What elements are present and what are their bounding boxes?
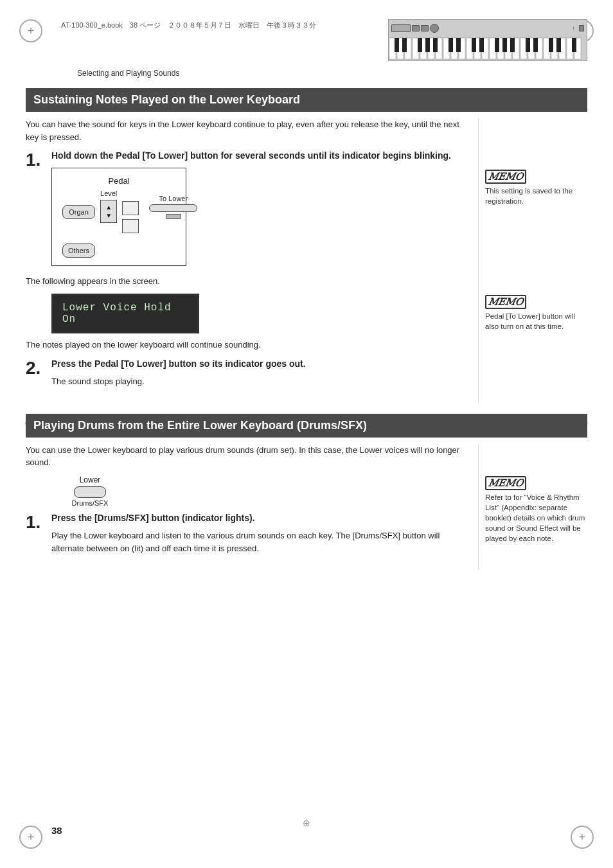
svg-rect-38 (533, 38, 538, 52)
svg-rect-25 (395, 38, 399, 52)
section2-step1-content: Press the [Drums/SFX] button (indicator … (51, 512, 472, 562)
memo1-icon: 𝑀𝐸𝑀𝑂 (485, 170, 526, 184)
slot-1 (122, 201, 139, 215)
to-lower-label: To Lower (159, 195, 188, 202)
page-number: 38 (51, 825, 62, 836)
section2-right: 𝑀𝐸𝑀𝑂 Refer to for "Voice & Rhythm List" … (478, 444, 587, 571)
memo2-title: 𝑀𝐸𝑀𝑂 (485, 295, 587, 309)
step1-container: 1. Hold down the Pedal [To Lower] button… (26, 150, 472, 266)
memo2-icon: 𝑀𝐸𝑀𝑂 (485, 295, 526, 309)
pedal-buttons: Organ Others (62, 190, 95, 258)
step1-number: 1. (26, 150, 51, 169)
step2-container: 2. Press the Pedal [To Lower] button so … (26, 358, 472, 394)
step1-title: Hold down the Pedal [To Lower] button fo… (51, 150, 472, 163)
svg-rect-36 (510, 38, 515, 52)
svg-rect-26 (402, 38, 407, 52)
pedal-diagram: Pedal Organ Others Level (51, 168, 186, 266)
section2-left: You can use the Lower keyboard to play v… (26, 444, 478, 571)
lower-label: Lower (80, 475, 101, 484)
after-screen-text: The notes played on the lower keyboard w… (26, 339, 472, 351)
step2-title: Press the Pedal [To Lower] button so its… (51, 358, 472, 371)
to-lower-area: To Lower (149, 195, 197, 219)
memo3-text: Refer to for "Voice & Rhythm List" (Appe… (485, 492, 587, 544)
svg-rect-30 (449, 38, 453, 52)
step2-desc: The sound stops playing. (51, 375, 472, 388)
svg-rect-41 (572, 38, 576, 52)
section2-intro: You can use the Lower keyboard to play v… (26, 444, 472, 469)
to-lower-led (166, 214, 181, 219)
section1-title: Sustaining Notes Played on the Lower Key… (26, 88, 587, 112)
svg-rect-32 (472, 38, 476, 52)
svg-rect-35 (502, 38, 507, 52)
file-info: AT-100-300_e.book 38 ページ ２００８年５月７日 水曜日 午… (26, 19, 316, 30)
pedal-label: Pedal (62, 176, 175, 186)
to-lower-button[interactable] (149, 204, 197, 212)
svg-rect-29 (433, 38, 438, 52)
right-slots (122, 190, 139, 233)
svg-rect-39 (549, 38, 553, 52)
svg-rect-28 (425, 38, 430, 52)
right-column: 𝑀𝐸𝑀𝑂 This setting is saved to the regist… (478, 118, 587, 403)
screen-display: Lower Voice Hold On (51, 294, 199, 333)
memo3-icon: 𝑀𝐸𝑀𝑂 (485, 476, 526, 490)
svg-rect-34 (495, 38, 499, 52)
screen-text: Lower Voice Hold On (62, 302, 172, 325)
drums-label: Drums/SFX (72, 499, 109, 507)
level-button[interactable]: ▲ ▼ (100, 200, 117, 223)
lower-button[interactable] (74, 486, 106, 498)
page-header: AT-100-300_e.book 38 ページ ２００８年５月７日 水曜日 午… (26, 19, 587, 64)
memo3: 𝑀𝐸𝑀𝑂 Refer to for "Voice & Rhythm List" … (485, 476, 587, 544)
svg-rect-33 (479, 38, 484, 52)
section-label: Selecting and Playing Sounds (26, 69, 587, 78)
section2-title: Playing Drums from the Entire Lower Keyb… (26, 414, 587, 438)
keyboard-illustration: ↑ (388, 19, 587, 61)
following-text: The following appears in the screen. (26, 275, 472, 288)
step1-content: Hold down the Pedal [To Lower] button fo… (51, 150, 472, 266)
memo1-text: This setting is saved to the registratio… (485, 186, 587, 206)
level-label: Level (100, 190, 117, 197)
down-arrow-icon: ▼ (105, 212, 112, 219)
memo2: 𝑀𝐸𝑀𝑂 Pedal [To Lower] button will also t… (485, 295, 587, 332)
lower-diagram: Lower Drums/SFX (51, 475, 129, 507)
step2-number: 2. (26, 358, 51, 377)
svg-rect-37 (526, 38, 530, 52)
others-button[interactable]: Others (62, 244, 95, 258)
section2-step1-desc: Play the Lower keyboard and listen to th… (51, 529, 472, 554)
svg-rect-40 (556, 38, 561, 52)
organ-button[interactable]: Organ (62, 205, 95, 219)
main-left-column: You can have the sound for keys in the L… (26, 118, 478, 403)
section2-step1-number: 1. (26, 512, 51, 531)
memo1-title: 𝑀𝐸𝑀𝑂 (485, 170, 587, 184)
up-arrow-icon: ▲ (105, 204, 112, 211)
step2-content: Press the Pedal [To Lower] button so its… (51, 358, 472, 394)
section2-step1-title: Press the [Drums/SFX] button (indicator … (51, 512, 472, 525)
section2-step1-container: 1. Press the [Drums/SFX] button (indicat… (26, 512, 472, 562)
memo1: 𝑀𝐸𝑀𝑂 This setting is saved to the regist… (485, 170, 587, 206)
memo3-title: 𝑀𝐸𝑀𝑂 (485, 476, 587, 490)
level-control: Level ▲ ▼ (100, 190, 117, 223)
svg-rect-31 (456, 38, 461, 52)
section1-intro: You can have the sound for keys in the L… (26, 118, 472, 143)
slot-2 (122, 219, 139, 233)
memo2-text: Pedal [To Lower] button will also turn o… (485, 311, 587, 332)
svg-rect-27 (418, 38, 422, 52)
